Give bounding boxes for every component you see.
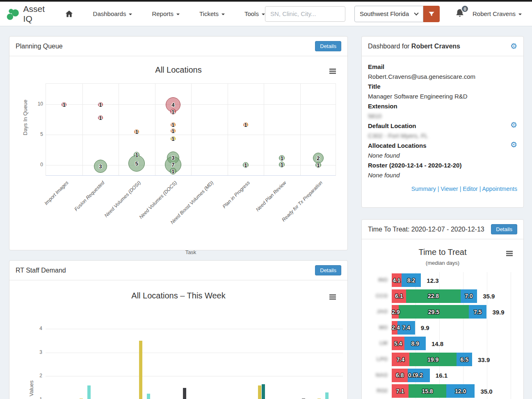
bubble-label: 3 — [99, 163, 102, 169]
grid-line — [46, 104, 336, 105]
chart-menu-button[interactable] — [505, 251, 514, 259]
editor-link[interactable]: Editor — [463, 186, 478, 192]
viewer-link[interactable]: Viewer — [441, 186, 458, 192]
bubble-label: 1 — [63, 102, 66, 108]
time-to-treat-chart: Time to Treat (median days) INO4.18.212.… — [362, 239, 523, 399]
axis-tick-label: 3 — [30, 349, 42, 355]
bar[interactable] — [87, 385, 91, 399]
bubble-chart-title: All Locations — [9, 65, 347, 75]
bar-segment-label: 19.9 — [427, 356, 438, 363]
row-total: 35.0 — [480, 388, 492, 394]
profile-header-prefix: Dashboard for — [368, 43, 411, 50]
region-select[interactable]: Southwest Florida — [354, 6, 423, 22]
x-axis-category-label: Need Boost Volumes (MD) — [169, 180, 215, 225]
allocated-locations-label: Allocated Locations — [368, 141, 427, 151]
row-label: RO2 — [368, 388, 388, 394]
rt-staff-demand-title: RT Staff Demand — [16, 267, 66, 274]
row-label: LW — [368, 340, 388, 346]
bubble-label: 7 — [171, 162, 174, 168]
bar[interactable] — [183, 388, 186, 399]
profile-body: Email Robert.Cravens@usa.genesiscare.com… — [362, 56, 523, 199]
bar-segment-label: 22.8 — [428, 293, 439, 299]
home-button[interactable] — [65, 9, 73, 18]
row-total: 39.9 — [492, 308, 504, 315]
appointments-link[interactable]: Appointments — [482, 186, 517, 192]
user-name: Robert Cravens — [473, 10, 516, 17]
navbar: Asset IQ Dashboards Reports Tickets Tool… — [0, 2, 532, 26]
home-icon — [65, 9, 73, 18]
nav-menu-tools[interactable]: Tools — [244, 10, 265, 17]
axis-tick-label: 1 — [30, 397, 42, 399]
row-label: JAO — [368, 308, 388, 314]
bar-segment-label: 7.4 — [397, 356, 404, 363]
bubble-label: 1 — [244, 162, 247, 168]
bar[interactable] — [262, 384, 265, 399]
bar-segment-label: 6.5 — [460, 356, 468, 363]
row-label: MO — [368, 324, 388, 330]
bar[interactable] — [139, 341, 142, 399]
bubble-label: 1 — [171, 122, 174, 128]
nav-menu-reports[interactable]: Reports — [152, 10, 180, 17]
bubble-label: 1 — [244, 122, 247, 128]
row-total: 16.1 — [436, 372, 448, 379]
bubble-label: 1 — [317, 162, 320, 168]
bar-segment-label: 7.4 — [402, 324, 410, 331]
profile-header-title: Dashboard for Robert Cravens — [368, 43, 460, 50]
nav-menu-dashboards[interactable]: Dashboards — [93, 10, 132, 17]
x-axis-category-label: Need Volumes (DOCS) — [138, 180, 178, 220]
brand[interactable]: Asset IQ — [6, 4, 52, 24]
profile-card: Dashboard for Robert Cravens ⚙ Email Rob… — [361, 36, 524, 208]
nav-menu-reports-label: Reports — [152, 10, 174, 17]
region-select-value: Southwest Florida — [360, 10, 409, 17]
time-to-treat-details-button[interactable]: Details — [491, 224, 517, 234]
planning-queue-details-button[interactable]: Details — [315, 41, 341, 51]
rt-plot — [46, 329, 343, 399]
time-to-treat-card: Time To Treat: 2020-12-07 - 2020-12-13 D… — [361, 219, 524, 399]
chart-menu-button[interactable] — [328, 294, 338, 303]
rt-staff-demand-details-button[interactable]: Details — [315, 265, 341, 275]
axis-tick-label: 5 — [31, 131, 43, 137]
row-total: 35.9 — [483, 293, 495, 300]
time-to-treat-header: Time To Treat: 2020-12-07 - 2020-12-13 D… — [362, 220, 523, 239]
grid-line — [46, 329, 343, 329]
bubble-label: 5 — [135, 161, 138, 167]
bubble-label: 1 — [281, 161, 283, 167]
bar-segment-label: 8.9 — [411, 340, 419, 347]
x-axis-title: Task — [46, 249, 336, 255]
gear-icon[interactable]: ⚙ — [510, 42, 517, 50]
row-total: 14.8 — [432, 340, 443, 347]
row-total: 12.3 — [427, 277, 438, 284]
gear-icon[interactable]: ⚙ — [510, 121, 517, 129]
grid-line — [487, 272, 487, 399]
title-label: Title — [368, 82, 517, 92]
row-label: NAO — [368, 372, 388, 378]
caret-down-icon — [518, 14, 522, 15]
ttt-chart-title: Time to Treat — [362, 248, 523, 257]
planning-queue-chart: All Locations 111311541111371111121 0510… — [9, 56, 347, 250]
rt-staff-demand-card: RT Staff Demand Details All Locations – … — [9, 260, 348, 399]
bar-segment-label: 29.5 — [428, 309, 439, 315]
user-menu[interactable]: Robert Cravens — [473, 10, 522, 17]
asset-iq-logo-icon — [6, 6, 20, 22]
grid-line — [191, 84, 192, 175]
bar[interactable] — [325, 392, 329, 399]
x-axis-category-label: Need Volumes (DOSI) — [103, 180, 142, 218]
planning-queue-card: Planning Queue Details All Locations 111… — [9, 36, 348, 250]
summary-link[interactable]: Summary — [411, 186, 436, 192]
bubble-label: 4 — [171, 102, 174, 108]
chart-menu-button[interactable] — [328, 69, 338, 77]
time-to-treat-title: Time To Treat: 2020-12-07 - 2020-12-13 — [368, 226, 484, 233]
notifications-button[interactable]: 0 — [455, 8, 464, 19]
bar[interactable] — [258, 385, 261, 399]
profile-header-username: Robert Cravens — [411, 43, 460, 50]
grid-line — [155, 84, 155, 175]
search-input[interactable] — [265, 6, 345, 22]
rt-staff-demand-chart: All Locations – This Week 1234 Values — [9, 280, 347, 399]
nav-menu-tickets[interactable]: Tickets — [199, 10, 225, 17]
bar[interactable] — [147, 394, 150, 399]
planning-xlabels: Import ImagesFusion RequestedNeed Volume… — [46, 176, 336, 237]
gear-icon[interactable]: ⚙ — [510, 141, 517, 149]
filter-button[interactable] — [423, 6, 440, 22]
x-axis-category-label: Plan in Progress — [221, 180, 251, 209]
bar-segment-label: 4.1 — [393, 277, 400, 284]
